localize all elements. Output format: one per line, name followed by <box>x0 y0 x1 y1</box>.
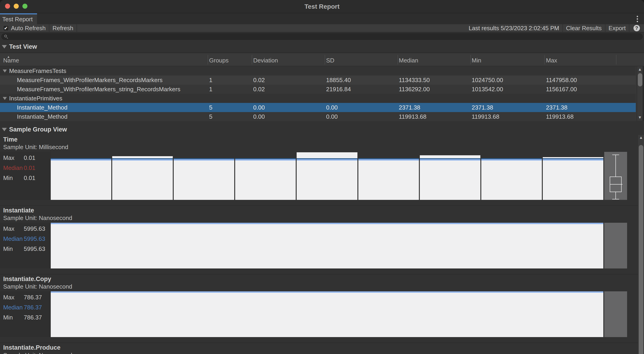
export-label: Export <box>608 25 626 32</box>
clear-results-button[interactable]: Clear Results <box>563 24 606 32</box>
test-row[interactable]: MeasureFrames_WithProfilerMarkers_string… <box>0 85 636 94</box>
sample-bar[interactable] <box>297 152 357 200</box>
column-header-min[interactable]: Min <box>472 57 481 64</box>
box-plot-panel <box>604 152 627 200</box>
column-separator[interactable] <box>470 55 471 65</box>
column-header-sd[interactable]: SD <box>326 57 334 64</box>
sample-bar[interactable] <box>420 152 480 200</box>
auto-refresh-toggle[interactable]: ✔ Auto Refresh <box>0 24 49 32</box>
sample-unit-label: Sample Unit: Nanosecond <box>0 351 638 354</box>
column-header-max[interactable]: Max <box>546 57 557 64</box>
min-stat-row: Min0.01 <box>0 174 51 182</box>
foldout-arrow-icon[interactable] <box>2 45 7 49</box>
foldout-arrow-icon[interactable] <box>2 128 7 131</box>
sample-group-view-title: Sample Group View <box>9 126 67 133</box>
max-value: 1156167.00 <box>546 85 577 94</box>
test-row[interactable]: Instantiate_Method50.000.002371.382371.3… <box>0 103 636 112</box>
sample-group-chart: Max786.37Median786.37Min786.37 <box>0 291 638 337</box>
groups-value: 5 <box>209 112 212 121</box>
test-name: Instantiate_Method <box>17 112 68 121</box>
min-value: 786.37 <box>24 314 42 321</box>
sample-bar[interactable] <box>51 291 603 337</box>
min-value: 1013542.00 <box>472 85 503 94</box>
sample-group-title: Time <box>0 135 638 143</box>
min-stat-row: Min5995.63 <box>0 245 51 253</box>
scroll-up-icon[interactable]: ▲ <box>637 67 643 72</box>
sd-value: 0.00 <box>326 103 338 112</box>
max-value: 2371.38 <box>546 103 568 112</box>
foldout-arrow-icon[interactable] <box>3 97 7 100</box>
max-value: 1147958.00 <box>546 76 577 85</box>
column-header-groups[interactable]: Groups <box>209 57 228 64</box>
search-input[interactable] <box>1 33 643 40</box>
table-scrollbar[interactable]: ▲ ▼ <box>637 66 643 121</box>
column-separator[interactable] <box>208 55 208 65</box>
column-separator[interactable] <box>544 55 545 65</box>
groups-value: 1 <box>209 85 212 94</box>
window-title: Test Report <box>0 0 644 13</box>
median-value: 119913.68 <box>399 112 426 121</box>
tab-test-report[interactable]: Test Report <box>0 13 37 24</box>
search-icon <box>4 35 8 39</box>
column-separator[interactable] <box>616 55 616 65</box>
sample-bar[interactable] <box>235 152 296 200</box>
test-view-header[interactable]: Test View <box>0 41 644 53</box>
scroll-down-icon[interactable]: ▼ <box>637 115 643 120</box>
max-stat-row: Max786.37 <box>0 293 51 301</box>
sample-group-view-header[interactable]: Sample Group View <box>0 124 644 135</box>
column-separator[interactable] <box>325 55 325 65</box>
sample-bar[interactable] <box>112 152 173 200</box>
export-button[interactable]: Export <box>606 24 629 32</box>
scroll-up-icon[interactable]: ▲ <box>638 135 644 140</box>
box-plot-mark <box>612 199 619 199</box>
group-row-InstantiatePrimitives[interactable]: InstantiatePrimitives <box>0 94 636 103</box>
sample-group-title: Instantiate.Copy <box>0 274 638 283</box>
test-row[interactable]: Instantiate_Method50.000.00119913.681199… <box>0 112 636 121</box>
box-plot-panel <box>604 223 627 268</box>
test-name: MeasureFrames_WithProfilerMarkers_string… <box>17 85 180 94</box>
sample-group-scrollbar-thumb[interactable] <box>639 145 643 354</box>
kebab-menu-icon[interactable] <box>634 15 641 23</box>
help-button[interactable]: ? <box>629 24 644 32</box>
auto-refresh-checkbox[interactable]: ✔ <box>3 25 9 31</box>
box-plot-panel <box>604 291 627 337</box>
section-gap <box>0 121 644 124</box>
sd-value: 0.00 <box>326 112 338 121</box>
sample-group-Time: TimeSample Unit: MillisecondMax0.01Media… <box>0 135 638 200</box>
median-label: Median <box>0 304 24 311</box>
column-separator[interactable] <box>252 55 252 65</box>
min-label: Min <box>0 245 24 252</box>
table-scrollbar-thumb[interactable] <box>638 73 642 87</box>
median-value: 5995.63 <box>24 235 45 242</box>
column-header-deviation[interactable]: Deviation <box>253 57 278 64</box>
column-header-median[interactable]: Median <box>399 57 418 64</box>
refresh-button[interactable]: Refresh <box>49 24 77 32</box>
median-value: 786.37 <box>24 304 42 311</box>
sample-bar[interactable] <box>481 152 542 200</box>
sample-unit-label: Sample Unit: Millisecond <box>0 143 638 151</box>
sample-group-scrollbar[interactable]: ▲ <box>638 135 644 354</box>
median-value: 0.01 <box>24 164 36 172</box>
group-row-MeasureFramesTests[interactable]: MeasureFramesTests <box>0 66 636 76</box>
deviation-value: 0.00 <box>253 103 265 112</box>
toolbar-right: Last results 5/23/2023 2:02:45 PM Clear … <box>466 24 644 32</box>
column-header-name[interactable]: Name <box>3 57 19 64</box>
test-row[interactable]: MeasureFrames_WithProfilerMarkers_Record… <box>0 76 636 85</box>
sample-bar[interactable] <box>543 152 603 200</box>
test-report-window: Test Report Test Report ✔ Auto Refresh R… <box>0 0 644 354</box>
stats-column: Max0.01Median0.01Min0.01 <box>0 152 51 200</box>
sample-bar[interactable] <box>174 152 234 200</box>
sample-bar[interactable] <box>358 152 419 200</box>
clear-results-label: Clear Results <box>566 25 602 32</box>
median-stat-row: Median0.01 <box>0 164 51 172</box>
sd-value: 18855.40 <box>326 76 351 85</box>
groups-value: 5 <box>209 103 212 112</box>
sample-group-Instantiate: InstantiateSample Unit: NanosecondMax599… <box>0 205 638 268</box>
groups-value: 1 <box>209 76 212 85</box>
sample-unit-label: Sample Unit: Nanosecond <box>0 283 638 290</box>
foldout-arrow-icon[interactable] <box>3 70 7 73</box>
sample-bar[interactable] <box>51 152 111 200</box>
table-right-border <box>643 66 644 121</box>
median-label: Median <box>0 235 24 242</box>
sample-bar[interactable] <box>51 223 603 268</box>
